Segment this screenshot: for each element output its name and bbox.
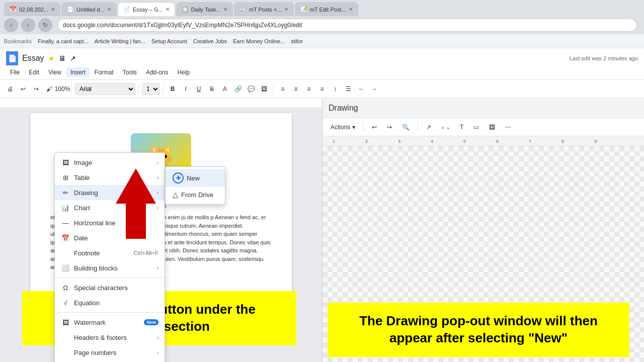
- bookmarks-label: Bookmarks: [4, 38, 32, 44]
- pagenums-menu-icon: [61, 348, 70, 357]
- drawing-text-btn[interactable]: T: [456, 121, 467, 134]
- submenu-new[interactable]: ✚ New: [166, 169, 225, 187]
- footnote-menu-label: Footnote: [74, 249, 129, 257]
- bookmark-earn[interactable]: Earn Money Online...: [233, 38, 285, 44]
- tab-calendar[interactable]: 📅 02.08.202... ✕: [4, 2, 60, 16]
- drawing-shapes-btn[interactable]: ⬦ ▾: [437, 121, 454, 134]
- tab-daily[interactable]: 📋 Daily Task... ✕: [176, 2, 233, 16]
- menu-edit[interactable]: Edit: [25, 67, 43, 77]
- font-size-selector[interactable]: 12: [142, 83, 160, 95]
- ruler-mark-2: 2: [365, 139, 368, 144]
- bookmark-finally[interactable]: Finally, a card capt...: [38, 38, 89, 44]
- tab-calendar-close[interactable]: ✕: [51, 7, 55, 12]
- forward-button[interactable]: ›: [21, 18, 35, 32]
- gdocs-share-icon[interactable]: ↗: [70, 54, 76, 62]
- line-spacing-btn[interactable]: ↕: [329, 83, 341, 95]
- drawing-ruler-h: 1 2 3 4 5 6 7 8 9: [323, 136, 644, 146]
- undo-btn[interactable]: ↩: [17, 83, 29, 95]
- drawing-undo-btn[interactable]: ↩: [368, 121, 381, 134]
- bookmark-creative[interactable]: Creative Jobs: [193, 38, 227, 44]
- watermark-menu-icon: 🖼: [61, 318, 70, 327]
- from-drive-icon: △: [173, 191, 178, 199]
- tab-posts-close[interactable]: ✕: [284, 7, 288, 12]
- menu-item-blocks[interactable]: ⬜ Building blocks ›: [55, 260, 165, 276]
- drawing-title: Drawing: [329, 104, 358, 113]
- align-right-btn[interactable]: ≡: [303, 83, 315, 95]
- doc-ruler: [0, 98, 322, 108]
- tab-edit[interactable]: 📝 mT Edit Post... ✕: [295, 2, 358, 16]
- pagenums-menu-arrow: ›: [157, 350, 158, 355]
- menu-item-watermark[interactable]: 🖼 Watermark New: [55, 315, 165, 330]
- drawing-more-btn[interactable]: ⋯: [501, 121, 515, 134]
- back-button[interactable]: ‹: [4, 18, 18, 32]
- bookmark-setup[interactable]: Setup Account: [151, 38, 187, 44]
- list-btn[interactable]: ☰: [342, 83, 354, 95]
- font-selector[interactable]: Arial: [75, 83, 135, 95]
- menu-tools[interactable]: Tools: [119, 67, 141, 77]
- gdocs-options-icon[interactable]: 🖥: [59, 54, 66, 62]
- drawing-redo-btn[interactable]: ↪: [383, 121, 396, 134]
- comment-btn[interactable]: 💬: [245, 83, 257, 95]
- watermark-badge: New: [144, 319, 158, 325]
- paint-format-btn[interactable]: 🖌: [43, 83, 55, 95]
- italic-btn[interactable]: I: [180, 83, 192, 95]
- drawing-image-btn[interactable]: 🖼: [485, 121, 499, 134]
- menu-item-pagenums[interactable]: Page numbers ›: [55, 345, 165, 360]
- tab-essay-icon: 📄: [123, 6, 130, 13]
- menu-item-headers[interactable]: Headers & footers ›: [55, 330, 165, 345]
- bookmark-star[interactable]: ★: [48, 54, 55, 62]
- align-center-btn[interactable]: ≡: [290, 83, 302, 95]
- tab-untitled[interactable]: 📄 Untitled d... ✕: [61, 2, 117, 16]
- strikethrough-btn[interactable]: S: [206, 83, 218, 95]
- hline-menu-icon: —: [61, 218, 70, 227]
- menu-item-footnote[interactable]: Footnote Ctrl+Alt+F: [55, 245, 165, 260]
- align-left-btn[interactable]: ≡: [277, 83, 289, 95]
- headers-menu-arrow: ›: [157, 335, 158, 340]
- address-bar[interactable]: docs.google.com/document/d/1TxGjjtm03yIE…: [57, 19, 637, 32]
- menu-help[interactable]: Help: [174, 67, 194, 77]
- underline-btn[interactable]: U: [193, 83, 205, 95]
- bookmark-article[interactable]: Article Writing | fan...: [95, 38, 145, 44]
- menu-item-break[interactable]: Break ›: [55, 360, 165, 362]
- bold-btn[interactable]: B: [167, 83, 179, 95]
- headers-menu-icon: [61, 333, 70, 342]
- menu-format[interactable]: Format: [91, 67, 118, 77]
- submenu-from-drive[interactable]: △ From Drive: [166, 187, 225, 202]
- menu-item-special[interactable]: Ω Special characters: [55, 280, 165, 295]
- tab-edit-close[interactable]: ✕: [349, 7, 353, 12]
- menu-file[interactable]: File: [6, 67, 24, 77]
- drawing-panel: Drawing Actions ▾ ↩ ↪ 🔍 ↗ ⬦ ▾ T ▭ 🖼 ⋯: [322, 98, 644, 362]
- link-btn[interactable]: 🔗: [232, 83, 244, 95]
- blocks-menu-label: Building blocks: [74, 264, 153, 272]
- indent-more-btn[interactable]: →: [368, 83, 380, 95]
- tab-untitled-close[interactable]: ✕: [107, 7, 111, 12]
- drawing-canvas-area: The Drawing pop-out window will then app…: [323, 146, 644, 362]
- image-menu-icon: 🖼: [61, 158, 70, 167]
- drawing-select-btn[interactable]: ↗: [422, 121, 435, 134]
- tab-daily-close[interactable]: ✕: [223, 7, 227, 12]
- text-color-btn[interactable]: A: [219, 83, 231, 95]
- ruler-mark-1: 1: [333, 139, 335, 144]
- special-menu-label: Special characters: [74, 284, 158, 292]
- drawing-rect-btn[interactable]: ▭: [469, 121, 483, 134]
- equation-menu-icon: √: [61, 298, 70, 307]
- menu-addons[interactable]: Add-ons: [142, 67, 173, 77]
- drawing-zoom-btn[interactable]: 🔍: [398, 121, 414, 134]
- menu-view[interactable]: View: [44, 67, 65, 77]
- tab-essay-close[interactable]: ✕: [166, 7, 170, 12]
- redo-btn[interactable]: ↪: [30, 83, 42, 95]
- actions-button[interactable]: Actions ▾: [327, 121, 359, 134]
- refresh-button[interactable]: ↻: [38, 18, 52, 32]
- tab-posts[interactable]: 📰 mT Posts ×... ✕: [234, 2, 294, 16]
- tab-essay[interactable]: 📄 Essay – G... ✕: [118, 2, 175, 16]
- indent-less-btn[interactable]: ←: [355, 83, 367, 95]
- zoom-btn[interactable]: 100%: [56, 83, 68, 95]
- ruler-mark-9: 9: [594, 139, 597, 144]
- menu-item-equation[interactable]: √ Equation: [55, 295, 165, 310]
- date-menu-icon: 📅: [61, 233, 70, 242]
- menu-insert[interactable]: Insert: [66, 67, 90, 77]
- print-btn[interactable]: 🖨: [4, 83, 16, 95]
- bookmark-stifor[interactable]: stifor: [291, 38, 303, 44]
- align-justify-btn[interactable]: ≡: [316, 83, 328, 95]
- image-btn[interactable]: 🖼: [258, 83, 270, 95]
